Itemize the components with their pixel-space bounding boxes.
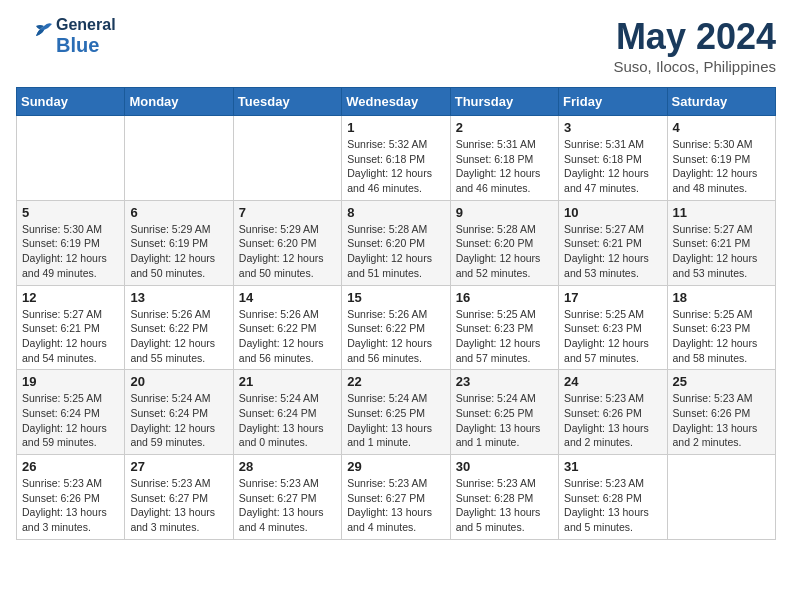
day-info: Sunrise: 5:29 AM Sunset: 6:19 PM Dayligh… xyxy=(130,222,227,281)
calendar-cell xyxy=(125,116,233,201)
day-number: 9 xyxy=(456,205,553,220)
week-row-3: 12Sunrise: 5:27 AM Sunset: 6:21 PM Dayli… xyxy=(17,285,776,370)
weekday-header-saturday: Saturday xyxy=(667,88,775,116)
calendar-cell: 26Sunrise: 5:23 AM Sunset: 6:26 PM Dayli… xyxy=(17,455,125,540)
day-number: 2 xyxy=(456,120,553,135)
day-info: Sunrise: 5:25 AM Sunset: 6:23 PM Dayligh… xyxy=(673,307,770,366)
day-number: 20 xyxy=(130,374,227,389)
calendar-cell: 13Sunrise: 5:26 AM Sunset: 6:22 PM Dayli… xyxy=(125,285,233,370)
calendar-cell: 21Sunrise: 5:24 AM Sunset: 6:24 PM Dayli… xyxy=(233,370,341,455)
day-info: Sunrise: 5:23 AM Sunset: 6:26 PM Dayligh… xyxy=(22,476,119,535)
day-info: Sunrise: 5:23 AM Sunset: 6:27 PM Dayligh… xyxy=(130,476,227,535)
calendar-cell: 27Sunrise: 5:23 AM Sunset: 6:27 PM Dayli… xyxy=(125,455,233,540)
day-number: 26 xyxy=(22,459,119,474)
day-info: Sunrise: 5:24 AM Sunset: 6:25 PM Dayligh… xyxy=(347,391,444,450)
calendar-cell: 30Sunrise: 5:23 AM Sunset: 6:28 PM Dayli… xyxy=(450,455,558,540)
day-info: Sunrise: 5:31 AM Sunset: 6:18 PM Dayligh… xyxy=(564,137,661,196)
day-info: Sunrise: 5:26 AM Sunset: 6:22 PM Dayligh… xyxy=(239,307,336,366)
title-block: May 2024 Suso, Ilocos, Philippines xyxy=(613,16,776,75)
calendar-cell: 1Sunrise: 5:32 AM Sunset: 6:18 PM Daylig… xyxy=(342,116,450,201)
weekday-header-friday: Friday xyxy=(559,88,667,116)
calendar-cell: 17Sunrise: 5:25 AM Sunset: 6:23 PM Dayli… xyxy=(559,285,667,370)
day-info: Sunrise: 5:27 AM Sunset: 6:21 PM Dayligh… xyxy=(564,222,661,281)
logo-general: General xyxy=(56,16,116,34)
logo-text: General Blue xyxy=(56,16,116,56)
calendar-cell: 23Sunrise: 5:24 AM Sunset: 6:25 PM Dayli… xyxy=(450,370,558,455)
day-number: 5 xyxy=(22,205,119,220)
day-number: 25 xyxy=(673,374,770,389)
day-number: 31 xyxy=(564,459,661,474)
day-info: Sunrise: 5:32 AM Sunset: 6:18 PM Dayligh… xyxy=(347,137,444,196)
day-number: 1 xyxy=(347,120,444,135)
calendar-cell xyxy=(17,116,125,201)
calendar-cell: 16Sunrise: 5:25 AM Sunset: 6:23 PM Dayli… xyxy=(450,285,558,370)
calendar-cell: 5Sunrise: 5:30 AM Sunset: 6:19 PM Daylig… xyxy=(17,200,125,285)
day-number: 16 xyxy=(456,290,553,305)
calendar-cell: 7Sunrise: 5:29 AM Sunset: 6:20 PM Daylig… xyxy=(233,200,341,285)
day-number: 23 xyxy=(456,374,553,389)
day-number: 18 xyxy=(673,290,770,305)
day-info: Sunrise: 5:27 AM Sunset: 6:21 PM Dayligh… xyxy=(673,222,770,281)
calendar-cell xyxy=(667,455,775,540)
day-number: 12 xyxy=(22,290,119,305)
weekday-header-tuesday: Tuesday xyxy=(233,88,341,116)
calendar-cell: 4Sunrise: 5:30 AM Sunset: 6:19 PM Daylig… xyxy=(667,116,775,201)
day-number: 30 xyxy=(456,459,553,474)
day-number: 14 xyxy=(239,290,336,305)
day-info: Sunrise: 5:29 AM Sunset: 6:20 PM Dayligh… xyxy=(239,222,336,281)
calendar-cell: 6Sunrise: 5:29 AM Sunset: 6:19 PM Daylig… xyxy=(125,200,233,285)
day-number: 8 xyxy=(347,205,444,220)
day-info: Sunrise: 5:30 AM Sunset: 6:19 PM Dayligh… xyxy=(673,137,770,196)
day-number: 19 xyxy=(22,374,119,389)
calendar-cell: 25Sunrise: 5:23 AM Sunset: 6:26 PM Dayli… xyxy=(667,370,775,455)
calendar-cell: 22Sunrise: 5:24 AM Sunset: 6:25 PM Dayli… xyxy=(342,370,450,455)
day-number: 29 xyxy=(347,459,444,474)
day-number: 28 xyxy=(239,459,336,474)
day-number: 10 xyxy=(564,205,661,220)
day-info: Sunrise: 5:28 AM Sunset: 6:20 PM Dayligh… xyxy=(456,222,553,281)
calendar-cell: 29Sunrise: 5:23 AM Sunset: 6:27 PM Dayli… xyxy=(342,455,450,540)
day-info: Sunrise: 5:23 AM Sunset: 6:26 PM Dayligh… xyxy=(673,391,770,450)
day-number: 22 xyxy=(347,374,444,389)
month-title: May 2024 xyxy=(613,16,776,58)
calendar-cell: 3Sunrise: 5:31 AM Sunset: 6:18 PM Daylig… xyxy=(559,116,667,201)
calendar-cell: 15Sunrise: 5:26 AM Sunset: 6:22 PM Dayli… xyxy=(342,285,450,370)
day-info: Sunrise: 5:23 AM Sunset: 6:26 PM Dayligh… xyxy=(564,391,661,450)
day-info: Sunrise: 5:25 AM Sunset: 6:23 PM Dayligh… xyxy=(564,307,661,366)
weekday-header-wednesday: Wednesday xyxy=(342,88,450,116)
day-info: Sunrise: 5:24 AM Sunset: 6:24 PM Dayligh… xyxy=(130,391,227,450)
day-number: 7 xyxy=(239,205,336,220)
calendar-cell: 8Sunrise: 5:28 AM Sunset: 6:20 PM Daylig… xyxy=(342,200,450,285)
day-number: 27 xyxy=(130,459,227,474)
week-row-1: 1Sunrise: 5:32 AM Sunset: 6:18 PM Daylig… xyxy=(17,116,776,201)
day-info: Sunrise: 5:26 AM Sunset: 6:22 PM Dayligh… xyxy=(347,307,444,366)
day-info: Sunrise: 5:25 AM Sunset: 6:24 PM Dayligh… xyxy=(22,391,119,450)
week-row-5: 26Sunrise: 5:23 AM Sunset: 6:26 PM Dayli… xyxy=(17,455,776,540)
weekday-header-row: SundayMondayTuesdayWednesdayThursdayFrid… xyxy=(17,88,776,116)
day-number: 15 xyxy=(347,290,444,305)
calendar-cell: 2Sunrise: 5:31 AM Sunset: 6:18 PM Daylig… xyxy=(450,116,558,201)
calendar-table: SundayMondayTuesdayWednesdayThursdayFrid… xyxy=(16,87,776,540)
day-number: 24 xyxy=(564,374,661,389)
calendar-cell: 18Sunrise: 5:25 AM Sunset: 6:23 PM Dayli… xyxy=(667,285,775,370)
day-info: Sunrise: 5:23 AM Sunset: 6:27 PM Dayligh… xyxy=(239,476,336,535)
calendar-cell: 28Sunrise: 5:23 AM Sunset: 6:27 PM Dayli… xyxy=(233,455,341,540)
day-info: Sunrise: 5:30 AM Sunset: 6:19 PM Dayligh… xyxy=(22,222,119,281)
calendar-cell: 10Sunrise: 5:27 AM Sunset: 6:21 PM Dayli… xyxy=(559,200,667,285)
logo-blue: Blue xyxy=(56,34,116,56)
location: Suso, Ilocos, Philippines xyxy=(613,58,776,75)
page-header: General Blue May 2024 Suso, Ilocos, Phil… xyxy=(16,16,776,75)
day-number: 13 xyxy=(130,290,227,305)
calendar-cell: 11Sunrise: 5:27 AM Sunset: 6:21 PM Dayli… xyxy=(667,200,775,285)
calendar-cell: 12Sunrise: 5:27 AM Sunset: 6:21 PM Dayli… xyxy=(17,285,125,370)
day-info: Sunrise: 5:31 AM Sunset: 6:18 PM Dayligh… xyxy=(456,137,553,196)
day-number: 4 xyxy=(673,120,770,135)
weekday-header-sunday: Sunday xyxy=(17,88,125,116)
weekday-header-monday: Monday xyxy=(125,88,233,116)
calendar-cell: 31Sunrise: 5:23 AM Sunset: 6:28 PM Dayli… xyxy=(559,455,667,540)
day-info: Sunrise: 5:23 AM Sunset: 6:28 PM Dayligh… xyxy=(456,476,553,535)
day-number: 17 xyxy=(564,290,661,305)
day-info: Sunrise: 5:25 AM Sunset: 6:23 PM Dayligh… xyxy=(456,307,553,366)
logo-icon xyxy=(16,18,52,54)
day-number: 21 xyxy=(239,374,336,389)
